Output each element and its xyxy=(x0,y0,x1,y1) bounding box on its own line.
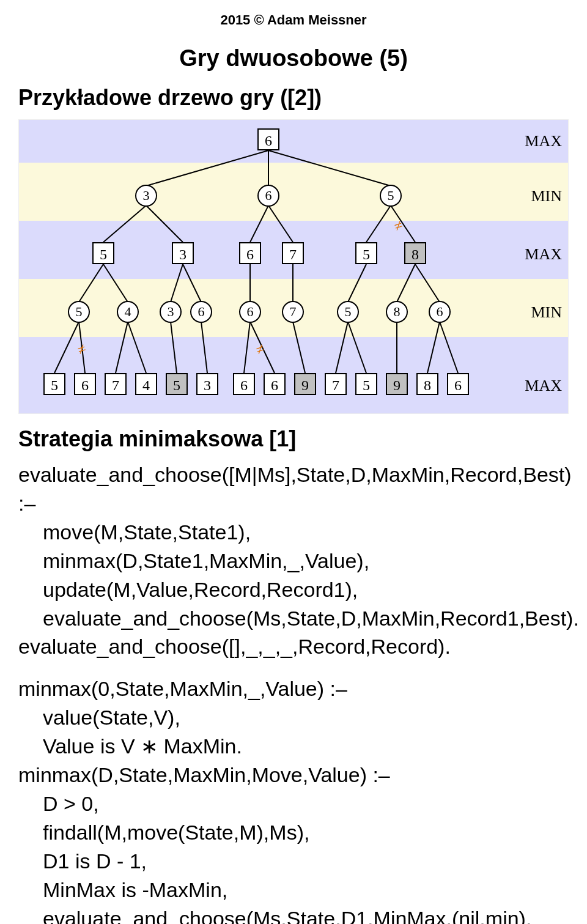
svg-line-21 xyxy=(128,322,146,373)
code-line: evaluate_and_choose([],_,_,_,Record,Reco… xyxy=(18,635,451,658)
tree-node: 6 xyxy=(233,373,255,395)
game-tree-diagram: MAX MIN MAX MIN MAX xyxy=(18,119,569,414)
code-line: Value is V ∗ MaxMin. xyxy=(18,732,569,761)
code-line: evaluate_and_choose(Ms,State,D,MaxMin,Re… xyxy=(18,604,569,633)
tree-node: 5 xyxy=(337,301,359,323)
svg-line-24 xyxy=(244,322,250,373)
svg-line-28 xyxy=(348,322,366,373)
tree-edges xyxy=(19,120,569,413)
svg-line-6 xyxy=(268,205,293,242)
code-line: evaluate_and_choose(Ms,State,D1,MinMax,(… xyxy=(18,904,569,924)
code-line: findall(M,move(State,M),Ms), xyxy=(18,818,569,847)
tree-node: 6 xyxy=(239,301,261,323)
tree-node: 4 xyxy=(117,301,139,323)
code-line: D > 0, xyxy=(18,789,569,818)
code-line: value(State,V), xyxy=(18,703,569,732)
tree-node: 9 xyxy=(386,373,408,395)
code-line: minmax(D,State1,MaxMin,_,Value), xyxy=(18,547,569,575)
svg-line-17 xyxy=(415,264,440,302)
tree-node: 5 xyxy=(43,373,65,395)
code-rule-1: evaluate_and_choose([M|Ms],State,D,MaxMi… xyxy=(18,460,569,661)
tree-node: 8 xyxy=(386,301,408,323)
tree-node: 5 xyxy=(355,242,377,264)
tree-node: 6 xyxy=(257,185,279,207)
svg-line-18 xyxy=(54,322,79,373)
tree-node: 7 xyxy=(282,301,304,323)
tree-node: 5 xyxy=(355,373,377,395)
svg-line-5 xyxy=(250,205,268,242)
tree-node: 6 xyxy=(447,373,469,395)
code-line: update(M,Value,Record,Record1), xyxy=(18,575,569,604)
copyright: 2015 © Adam Meissner xyxy=(18,12,569,28)
svg-line-26 xyxy=(293,322,305,373)
code-line: evaluate_and_choose([M|Ms],State,D,MaxMi… xyxy=(18,463,572,515)
svg-line-31 xyxy=(440,322,458,373)
tree-node: 6 xyxy=(257,128,279,150)
svg-line-2 xyxy=(268,150,391,186)
page-title: Gry dwuosobowe (5) xyxy=(18,45,569,72)
svg-line-20 xyxy=(116,322,128,373)
tree-node: 9 xyxy=(294,373,316,395)
subtitle: Przykładowe drzewo gry ([2]) xyxy=(18,85,569,111)
code-line: D1 is D - 1, xyxy=(18,847,569,876)
tree-node: 3 xyxy=(172,242,194,264)
code-line: minmax(D,State,MaxMin,Move,Value) :– xyxy=(18,763,390,786)
tree-node: 7 xyxy=(325,373,347,395)
tree-node: 5 xyxy=(92,242,114,264)
tree-node: 8 xyxy=(404,242,426,264)
tree-node: 7 xyxy=(105,373,127,395)
code-rule-2: minmax(0,State,MaxMin,_,Value) :– value(… xyxy=(18,675,569,924)
tree-node: 5 xyxy=(380,185,402,207)
svg-line-22 xyxy=(171,322,177,373)
svg-line-10 xyxy=(103,264,128,302)
tree-node: 4 xyxy=(135,373,157,395)
code-line: move(M,State,State1), xyxy=(18,518,569,547)
svg-line-12 xyxy=(183,264,201,302)
svg-line-4 xyxy=(146,205,183,242)
svg-line-23 xyxy=(201,322,207,373)
tree-node: 6 xyxy=(239,242,261,264)
tree-node: 8 xyxy=(416,373,438,395)
svg-line-27 xyxy=(336,322,348,373)
svg-line-11 xyxy=(171,264,183,302)
tree-node: 6 xyxy=(74,373,96,395)
tree-node: 3 xyxy=(135,185,157,207)
section-title: Strategia minimaksowa [1] xyxy=(18,426,569,452)
tree-node: 6 xyxy=(190,301,212,323)
svg-line-15 xyxy=(348,264,366,302)
code-line: minmax(0,State,MaxMin,_,Value) :– xyxy=(18,677,347,700)
tree-node: 6 xyxy=(264,373,286,395)
tree-node: 3 xyxy=(160,301,182,323)
tree-node: 3 xyxy=(196,373,218,395)
svg-line-16 xyxy=(397,264,415,302)
tree-node: 5 xyxy=(166,373,188,395)
svg-line-0 xyxy=(146,150,268,186)
tree-node: 6 xyxy=(429,301,451,323)
tree-node: 5 xyxy=(68,301,90,323)
svg-line-3 xyxy=(103,205,146,242)
svg-line-7 xyxy=(366,205,391,242)
svg-line-30 xyxy=(427,322,440,373)
tree-node: 7 xyxy=(282,242,304,264)
code-line: MinMax is -MaxMin, xyxy=(18,876,569,904)
svg-line-9 xyxy=(79,264,103,302)
